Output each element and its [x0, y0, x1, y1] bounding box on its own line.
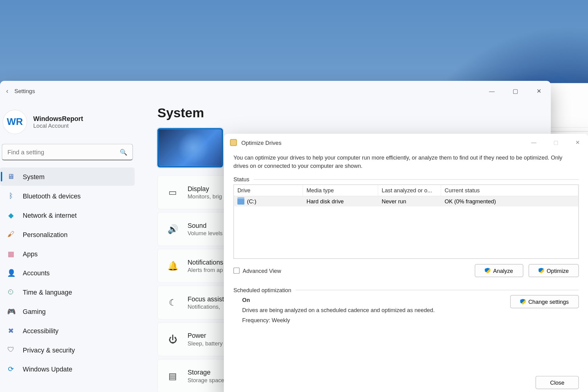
account-name: WindowsReport — [33, 115, 83, 122]
nav-label: Accessibility — [23, 327, 58, 334]
nav-item-personalization[interactable]: 🖌Personalization — [0, 225, 135, 243]
change-settings-button[interactable]: Change settings — [510, 295, 579, 308]
nav-label: Windows Update — [23, 365, 72, 373]
avatar: WR — [3, 110, 27, 134]
drive-media: Hard disk drive — [303, 196, 378, 206]
nav-icon: ⏲ — [7, 288, 15, 296]
shield-icon — [520, 299, 526, 305]
checkbox-icon — [233, 268, 239, 274]
optimize-intro: You can optimize your drives to help you… — [233, 154, 579, 170]
tile-icon: ⏻ — [168, 334, 178, 344]
col-last[interactable]: Last analyzed or o... — [378, 185, 441, 196]
nav-item-accounts[interactable]: 👤Accounts — [0, 264, 135, 282]
optimize-titlebar: Optimize Drives ― ▢ ✕ — [224, 134, 588, 151]
nav-label: Time & language — [23, 288, 72, 296]
status-label: Status — [233, 176, 579, 183]
settings-titlebar: ‹ Settings ― ▢ ✕ — [0, 81, 551, 101]
minimize-button[interactable]: ― — [480, 81, 503, 101]
nav-icon: 🖌 — [7, 230, 15, 238]
drive-last: Never run — [378, 196, 441, 206]
nav-item-time-language[interactable]: ⏲Time & language — [0, 283, 135, 301]
account-type: Local Account — [33, 123, 83, 129]
nav-label: Personalization — [23, 231, 67, 238]
page-heading: System — [157, 105, 533, 120]
shield-icon — [538, 268, 544, 273]
analyze-button[interactable]: Analyze — [475, 264, 523, 277]
nav-item-system[interactable]: 🖥System — [0, 168, 135, 186]
wallpaper-thumbnail[interactable] — [157, 128, 223, 167]
close-dialog-button[interactable]: Close — [536, 376, 579, 389]
window-title: Settings — [14, 88, 35, 94]
nav-icon: ▦ — [7, 249, 15, 258]
settings-sidebar: WR WindowsReport Local Account 🔍 🖥System… — [0, 101, 140, 392]
table-header[interactable]: Drive Media type Last analyzed or o... C… — [234, 185, 579, 196]
advanced-view-label: Advanced View — [243, 267, 281, 274]
back-icon[interactable]: ‹ — [6, 87, 8, 95]
search-icon: 🔍 — [120, 149, 127, 156]
drive-status: OK (0% fragmented) — [441, 196, 578, 206]
optimize-drives-window: Optimize Drives ― ▢ ✕ You can optimize y… — [224, 134, 588, 392]
optimize-button[interactable]: Optimize — [528, 264, 579, 277]
opt-minimize-button[interactable]: ― — [523, 134, 545, 151]
close-button[interactable]: ✕ — [527, 81, 551, 101]
nav-item-apps[interactable]: ▦Apps — [0, 244, 135, 263]
tile-icon: ☾ — [168, 297, 178, 308]
tile-icon: 🔊 — [168, 224, 178, 234]
col-drive[interactable]: Drive — [234, 185, 303, 196]
nav-label: System — [23, 173, 44, 180]
drive-table: Drive Media type Last analyzed or o... C… — [233, 185, 579, 259]
settings-search[interactable]: 🔍 — [2, 144, 133, 160]
opt-close-button[interactable]: ✕ — [567, 134, 588, 151]
nav-item-windows-update[interactable]: ⟳Windows Update — [0, 360, 135, 378]
nav-label: Gaming — [23, 307, 46, 315]
nav-label: Bluetooth & devices — [23, 192, 81, 199]
nav-icon: 👤 — [7, 269, 15, 277]
nav-label: Privacy & security — [23, 346, 75, 353]
settings-search-input[interactable] — [7, 149, 120, 156]
nav-icon: 🎮 — [7, 307, 15, 315]
nav-item-network-internet[interactable]: ◆Network & internet — [0, 206, 135, 224]
nav-icon: ⟳ — [7, 365, 15, 373]
nav-label: Network & internet — [23, 211, 77, 219]
optimize-title: Optimize Drives — [241, 139, 281, 146]
tile-icon: ▤ — [168, 371, 178, 381]
nav-label: Apps — [23, 250, 38, 257]
col-current[interactable]: Current status — [441, 185, 578, 196]
account-panel[interactable]: WR WindowsReport Local Account — [0, 106, 137, 144]
nav-icon: ✖ — [7, 326, 15, 335]
table-row[interactable]: (C:) Hard disk drive Never run OK (0% fr… — [234, 196, 579, 206]
nav-item-privacy-security[interactable]: 🛡Privacy & security — [0, 341, 135, 359]
advanced-view-checkbox[interactable]: Advanced View — [233, 267, 281, 274]
opt-maximize-button[interactable]: ▢ — [545, 134, 567, 151]
drive-name: (C:) — [247, 198, 256, 205]
disk-icon — [230, 139, 237, 146]
nav-item-gaming[interactable]: 🎮Gaming — [0, 302, 135, 320]
nav-icon: ◆ — [7, 211, 15, 219]
shield-icon — [485, 268, 491, 273]
maximize-button[interactable]: ▢ — [503, 81, 527, 101]
nav-icon: ᛒ — [7, 192, 15, 200]
nav-icon: 🖥 — [7, 173, 15, 181]
schedule-info: On Drives are being analyzed on a schedu… — [242, 295, 435, 326]
nav-label: Accounts — [23, 269, 50, 277]
nav-item-bluetooth-devices[interactable]: ᛒBluetooth & devices — [0, 187, 135, 205]
nav-item-accessibility[interactable]: ✖Accessibility — [0, 321, 135, 340]
nav-icon: 🛡 — [7, 346, 15, 354]
drive-icon — [237, 198, 244, 205]
scheduled-label: Scheduled optimization — [233, 287, 579, 293]
tile-icon: 🔔 — [168, 261, 178, 271]
col-media[interactable]: Media type — [303, 185, 378, 196]
tile-icon: ▭ — [168, 187, 178, 198]
